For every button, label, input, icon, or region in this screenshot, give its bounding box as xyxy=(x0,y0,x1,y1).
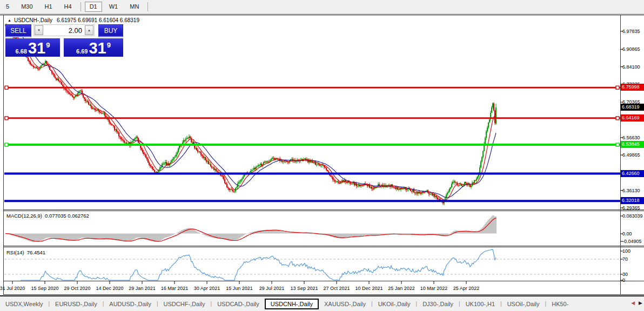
current-price-label: 6.68319 xyxy=(621,104,644,111)
macd-indicator-label: MACD(12,26,9)0.077035 0.062762 xyxy=(6,213,92,219)
price-axis-label: 6.90865 xyxy=(622,46,640,52)
buy-price-point: 9 xyxy=(107,41,111,49)
timeframe-button-M30[interactable]: M30 xyxy=(16,2,37,12)
buy-button[interactable]: BUY xyxy=(98,24,123,37)
volume-input[interactable] xyxy=(43,25,85,35)
chart-tab-audusd-daily[interactable]: AUDUSD-,Daily xyxy=(104,299,157,309)
chart-tab-eurusd-daily[interactable]: EURUSD-,Daily xyxy=(50,299,103,309)
rsi-axis-label: 70 xyxy=(622,256,628,262)
toolbar-separator xyxy=(81,2,81,11)
volume-increase-button[interactable]: ▲ xyxy=(85,25,93,35)
chart-tab-usdcad-daily[interactable]: USDCAD-,Daily xyxy=(212,299,265,309)
timeframe-toolbar: 5M30H1H4D1W1MN xyxy=(0,0,644,14)
macd-axis-label: -0.04905 xyxy=(622,238,642,245)
level-price-label: 6.32018 xyxy=(621,197,644,204)
timeframe-button-H1[interactable]: H1 xyxy=(40,2,57,12)
sell-button[interactable]: SELL xyxy=(5,24,31,37)
timeframe-button-MN[interactable]: MN xyxy=(125,2,144,12)
rsi-axis-label: 100 xyxy=(622,248,630,254)
level-price-label: 6.53845 xyxy=(621,141,644,148)
trading-terminal: 5M30H1H4D1W1MN ▲USDCNH-,Daily6.61975 6.6… xyxy=(0,0,644,311)
timeframe-button-W1[interactable]: W1 xyxy=(104,2,123,12)
pane-borders xyxy=(0,15,644,295)
chart-tab-bar: USDX,Weekly|EURUSD-,Daily|AUDUSD-,Daily|… xyxy=(0,295,644,311)
tab-scroll-arrows: ◀ ▶ xyxy=(629,300,642,306)
price-axis-label: 6.36130 xyxy=(622,187,640,194)
toolbar-separator xyxy=(147,2,148,11)
chart-tab-usdx-weekly[interactable]: USDX,Weekly xyxy=(0,299,48,309)
timeframe-button-5[interactable]: 5 xyxy=(1,2,14,12)
price-axis-label: 6.29365 xyxy=(622,205,640,211)
chart-tab-usdchf-daily[interactable]: USDCHF-,Daily xyxy=(158,299,211,309)
one-click-trading-panel: SELL ▼ ▲ BUY 6.68319 6.69319 xyxy=(5,24,123,57)
chart-tab-dj30-daily[interactable]: DJ30-,Daily xyxy=(417,299,459,309)
macd-histogram xyxy=(5,215,496,242)
level-price-label: 6.64169 xyxy=(621,114,644,121)
sell-price-handle: 6.68 xyxy=(16,48,27,55)
chart-tab-uk100-h1[interactable]: UK100-,H1 xyxy=(460,299,500,309)
chart-tab-ukoil-daily[interactable]: UKOil-,Daily xyxy=(373,299,416,309)
collapse-icon[interactable]: ▲ xyxy=(8,18,11,22)
chart-tab-usdcnh-daily[interactable]: USDCNH-,Daily xyxy=(265,299,319,309)
tab-scroll-left-icon[interactable]: ◀ xyxy=(631,300,635,306)
price-axis-label: 6.84100 xyxy=(622,64,640,70)
chart-ohlc-readout: 6.61975 6.69691 6.61604 6.68319 xyxy=(57,17,139,23)
price-axis-label: 6.97835 xyxy=(622,28,640,35)
volume-spinner: ▼ ▲ xyxy=(33,24,95,36)
level-price-label: 6.75998 xyxy=(621,84,644,91)
buy-price-pips: 31 xyxy=(89,40,106,56)
tab-scroll-right-icon[interactable]: ▶ xyxy=(639,300,642,306)
buy-price-handle: 6.69 xyxy=(76,48,88,55)
rsi-indicator-label: RSI(14)76.4541 xyxy=(6,249,48,255)
price-axis-label: 6.56630 xyxy=(622,134,640,141)
rsi-axis-label: 0 xyxy=(622,277,625,283)
sell-price-quote[interactable]: 6.68319 xyxy=(5,38,60,57)
sell-price-pips: 31 xyxy=(28,40,45,56)
chart-tab-xauusd-daily[interactable]: XAUUSD-,Daily xyxy=(319,299,371,309)
timeframe-button-D1[interactable]: D1 xyxy=(85,2,102,12)
chart-tab-usoil-daily[interactable]: USOil-,Daily xyxy=(502,299,545,309)
level-price-label: 6.42660 xyxy=(621,170,644,177)
rsi-line xyxy=(21,249,496,280)
macd-axis-label: 0.083039 xyxy=(622,213,643,219)
horizontal-level-lines[interactable] xyxy=(4,86,620,201)
volume-decrease-button[interactable]: ▼ xyxy=(35,25,43,35)
chart-window: ▲USDCNH-,Daily6.61975 6.69691 6.61604 6.… xyxy=(0,14,644,295)
chart-symbol-label: USDCNH-,Daily xyxy=(14,17,52,23)
sell-price-point: 9 xyxy=(46,41,50,49)
price-axis-label: 6.49865 xyxy=(622,152,640,158)
macd-axis-label: 0.00 xyxy=(622,231,632,237)
chart-header: ▲USDCNH-,Daily6.61975 6.69691 6.61604 6.… xyxy=(8,17,139,23)
chart-tab-hk50[interactable]: HK50- xyxy=(546,299,574,309)
buy-price-quote[interactable]: 6.69319 xyxy=(64,38,123,57)
timeframe-button-H4[interactable]: H4 xyxy=(59,2,77,12)
date-axis-label: 25 Apr 2022 xyxy=(446,286,486,291)
